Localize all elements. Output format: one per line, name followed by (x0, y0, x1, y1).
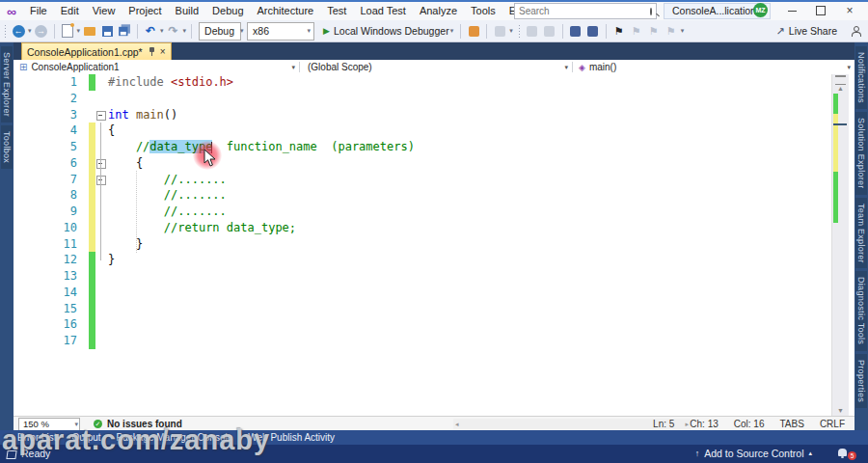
code-text[interactable]: { (108, 123, 115, 139)
menu-file[interactable]: File (23, 2, 54, 20)
code-line[interactable]: 16 (14, 316, 854, 333)
menu-architecture[interactable]: Architecture (251, 2, 321, 20)
fold-collapse-icon[interactable] (96, 111, 106, 121)
code-line[interactable]: 1#include <stdio.h> (14, 74, 854, 91)
navigate-back-button[interactable]: ← (11, 23, 26, 39)
menu-edit[interactable]: Edit (54, 2, 86, 20)
code-text[interactable]: //....... (108, 204, 227, 220)
tool-tab-team-explorer[interactable]: Team Explorer (855, 198, 867, 269)
menu-test[interactable]: Test (320, 2, 353, 20)
back-dropdown-caret[interactable]: ▾ (28, 27, 32, 35)
save-button[interactable] (99, 23, 115, 39)
status-crlf[interactable]: CRLF (820, 419, 845, 429)
menu-load-test[interactable]: Load Test (353, 2, 413, 20)
menu-tools[interactable]: Tools (464, 2, 502, 20)
code-line[interactable]: 2 (14, 91, 854, 107)
open-file-button[interactable] (82, 23, 97, 39)
status-ln[interactable]: Ln: 5 (653, 419, 674, 429)
status-col[interactable]: Col: 16 (734, 419, 765, 429)
menu-analyze[interactable]: Analyze (413, 2, 464, 20)
editor-splitter-handle[interactable] (835, 75, 846, 85)
code-line[interactable]: 5 //data_type function_name (parameters) (14, 139, 854, 155)
code-text[interactable]: //data_type function_name (parameters) (108, 139, 415, 155)
close-tab-icon[interactable]: × (160, 47, 166, 57)
navigate-forward-button[interactable]: → (34, 23, 49, 39)
menu-debug[interactable]: Debug (205, 2, 250, 20)
new-file-dropdown-caret[interactable]: ▾ (77, 27, 81, 35)
code-text[interactable]: #include <stdio.h> (108, 74, 233, 91)
redo-button[interactable]: ↷ (166, 23, 181, 39)
menu-view[interactable]: View (86, 2, 122, 20)
tool-tab-notifications[interactable]: Notifications (855, 46, 867, 109)
menu-build[interactable]: Build (169, 2, 205, 20)
add-to-source-control-button[interactable]: ↑ Add to Source Control ▴ (695, 448, 812, 459)
tool-tab-properties[interactable]: Properties (855, 354, 867, 408)
redo-dropdown-caret[interactable]: ▾ (183, 27, 187, 35)
navigate-symbol-button[interactable] (542, 23, 557, 39)
close-window-button[interactable]: × (835, 2, 864, 19)
code-editor[interactable]: 1#include <stdio.h>23int main()4{5 //dat… (14, 74, 854, 416)
search-input[interactable] (515, 6, 650, 16)
user-avatar[interactable]: MZ (753, 3, 768, 17)
unindent-button[interactable] (568, 23, 583, 39)
code-text[interactable]: //....... (108, 187, 227, 204)
find-in-files-button[interactable] (525, 23, 540, 39)
status-ch[interactable]: Ch: 13 (690, 419, 718, 429)
maximize-button[interactable] (806, 2, 835, 19)
code-line[interactable]: 6 { (14, 155, 854, 172)
fold-collapse-icon[interactable] (96, 159, 106, 169)
code-text[interactable]: int main() (108, 107, 177, 123)
scroll-up-icon[interactable]: ▲ (832, 85, 849, 92)
start-debugging-button[interactable]: ▶ Local Windows Debugger ▾ (319, 25, 454, 37)
code-text[interactable]: } (108, 252, 115, 268)
application-insights-button[interactable] (492, 23, 507, 39)
tool-tab-diagnostic-tools[interactable]: Diagnostic Tools (855, 271, 867, 350)
save-all-button[interactable] (117, 23, 132, 39)
attach-to-process-button[interactable] (466, 23, 481, 39)
code-line[interactable]: 8 //....... (14, 187, 854, 204)
tool-tab-server-explorer[interactable]: Server Explorer (1, 46, 13, 123)
undo-button[interactable]: ↶ (143, 23, 158, 39)
solution-platform-dropdown[interactable]: x86 ▾ (247, 22, 314, 41)
project-dropdown[interactable]: ⊞ ConsoleApplication1 ▾ (14, 60, 299, 74)
undo-dropdown-caret[interactable]: ▾ (160, 27, 164, 35)
next-bookmark-button[interactable]: ⚑ (646, 23, 662, 39)
previous-bookmark-button[interactable]: ⚑ (629, 23, 644, 39)
bookmark-dropdown-caret[interactable]: ▾ (681, 27, 685, 35)
toolbar-grip-handle[interactable] (518, 24, 521, 38)
code-text[interactable]: } (108, 236, 143, 253)
code-line[interactable]: 4{ (14, 123, 854, 139)
code-line[interactable]: 10 //return data_type; (14, 220, 854, 236)
vertical-scrollbar[interactable]: ▲ ▼ (831, 74, 849, 416)
indent-button[interactable] (585, 23, 601, 39)
scope-dropdown[interactable]: (Global Scope) ▾ (300, 60, 572, 74)
tool-tab-toolbox[interactable]: Toolbox (1, 125, 13, 169)
code-line[interactable]: 9 //....... (14, 204, 854, 220)
new-file-button[interactable] (60, 23, 75, 39)
notifications-bell-icon[interactable] (838, 449, 847, 456)
code-line[interactable]: 3int main() (14, 107, 854, 123)
code-line[interactable]: 13 (14, 268, 854, 285)
toggle-bookmark-button[interactable]: ⚑ (611, 23, 627, 39)
code-line[interactable]: 15 (14, 301, 854, 317)
code-text[interactable]: //....... (108, 172, 227, 188)
tool-tab-solution-explorer[interactable]: Solution Explorer (855, 112, 867, 195)
minimize-button[interactable] (777, 2, 806, 19)
scroll-down-icon[interactable]: ▼ (832, 407, 849, 414)
insights-dropdown-caret[interactable]: ▾ (509, 27, 513, 35)
status-tabs[interactable]: TABS (779, 419, 803, 429)
pin-tab-icon[interactable] (149, 47, 155, 56)
code-line[interactable]: 14 (14, 285, 854, 301)
send-feedback-icon[interactable] (851, 26, 860, 36)
live-share-button[interactable]: Live Share (789, 25, 837, 37)
code-line[interactable]: 17 (14, 333, 854, 349)
code-line[interactable]: 12} (14, 252, 854, 268)
solution-configuration-dropdown[interactable]: Debug ▾ (199, 22, 241, 41)
code-line[interactable]: 7 //....... (14, 172, 854, 188)
debugger-dropdown-caret[interactable]: ▾ (450, 27, 454, 35)
fold-collapse-icon[interactable] (96, 176, 106, 185)
scroll-left-icon[interactable]: ◂ (455, 421, 459, 428)
toolbar-grip-handle[interactable] (4, 24, 7, 38)
code-line[interactable]: 11 } (14, 236, 854, 253)
search-box[interactable] (514, 3, 657, 19)
